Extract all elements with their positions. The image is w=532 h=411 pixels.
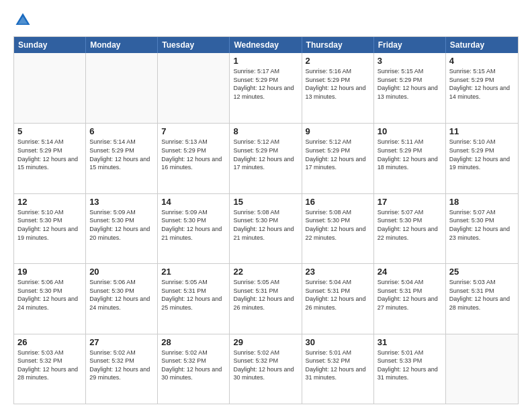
calendar-row-4: 19Sunrise: 5:06 AMSunset: 5:30 PMDayligh… — [14, 263, 518, 333]
day-cell-2: 2Sunrise: 5:16 AMSunset: 5:29 PMDaylight… — [302, 53, 374, 123]
day-info: Sunrise: 5:14 AMSunset: 5:29 PMDaylight:… — [17, 138, 82, 171]
day-info: Sunrise: 5:10 AMSunset: 5:30 PMDaylight:… — [17, 208, 82, 242]
weekday-header-saturday: Saturday — [446, 37, 518, 53]
day-info: Sunrise: 5:03 AMSunset: 5:32 PMDaylight:… — [17, 349, 82, 382]
weekday-header-sunday: Sunday — [14, 37, 86, 53]
day-cell-21: 21Sunrise: 5:05 AMSunset: 5:31 PMDayligh… — [158, 264, 230, 333]
day-info: Sunrise: 5:12 AMSunset: 5:29 PMDaylight:… — [233, 138, 298, 171]
day-info: Sunrise: 5:02 AMSunset: 5:32 PMDaylight:… — [89, 349, 154, 382]
day-cell-28: 28Sunrise: 5:02 AMSunset: 5:32 PMDayligh… — [158, 334, 230, 404]
day-number: 9 — [306, 126, 370, 136]
day-number: 22 — [233, 267, 298, 277]
day-cell-18: 18Sunrise: 5:07 AMSunset: 5:30 PMDayligh… — [446, 194, 518, 263]
day-number: 17 — [378, 197, 442, 207]
day-number: 20 — [89, 267, 154, 277]
calendar: SundayMondayTuesdayWednesdayThursdayFrid… — [13, 36, 519, 404]
day-info: Sunrise: 5:15 AMSunset: 5:29 PMDaylight:… — [378, 67, 442, 101]
day-info: Sunrise: 5:17 AMSunset: 5:29 PMDaylight:… — [233, 67, 298, 101]
day-info: Sunrise: 5:07 AMSunset: 5:30 PMDaylight:… — [378, 208, 442, 242]
day-number: 29 — [233, 337, 298, 347]
page-container: SundayMondayTuesdayWednesdayThursdayFrid… — [0, 0, 532, 411]
day-cell-4: 4Sunrise: 5:15 AMSunset: 5:29 PMDaylight… — [446, 53, 518, 123]
day-info: Sunrise: 5:08 AMSunset: 5:30 PMDaylight:… — [233, 208, 298, 242]
day-number: 18 — [449, 197, 515, 207]
day-info: Sunrise: 5:06 AMSunset: 5:30 PMDaylight:… — [17, 278, 82, 312]
day-cell-14: 14Sunrise: 5:09 AMSunset: 5:30 PMDayligh… — [158, 194, 230, 263]
day-cell-5: 5Sunrise: 5:14 AMSunset: 5:29 PMDaylight… — [14, 124, 86, 193]
day-number: 31 — [378, 337, 442, 347]
day-cell-25: 25Sunrise: 5:03 AMSunset: 5:31 PMDayligh… — [446, 264, 518, 333]
logo — [13, 11, 35, 30]
weekday-header-tuesday: Tuesday — [158, 37, 230, 53]
day-cell-27: 27Sunrise: 5:02 AMSunset: 5:32 PMDayligh… — [86, 334, 158, 404]
day-number: 12 — [17, 197, 82, 207]
empty-cell — [158, 53, 230, 123]
day-number: 14 — [161, 197, 226, 207]
day-info: Sunrise: 5:01 AMSunset: 5:33 PMDaylight:… — [378, 349, 442, 382]
day-cell-26: 26Sunrise: 5:03 AMSunset: 5:32 PMDayligh… — [14, 334, 86, 404]
weekday-header-thursday: Thursday — [302, 37, 374, 53]
day-info: Sunrise: 5:09 AMSunset: 5:30 PMDaylight:… — [161, 208, 226, 242]
day-cell-19: 19Sunrise: 5:06 AMSunset: 5:30 PMDayligh… — [14, 264, 86, 333]
weekday-header-monday: Monday — [86, 37, 158, 53]
day-number: 16 — [306, 197, 370, 207]
day-cell-31: 31Sunrise: 5:01 AMSunset: 5:33 PMDayligh… — [374, 334, 446, 404]
day-number: 27 — [89, 337, 154, 347]
day-cell-24: 24Sunrise: 5:04 AMSunset: 5:31 PMDayligh… — [374, 264, 446, 333]
day-info: Sunrise: 5:09 AMSunset: 5:30 PMDaylight:… — [89, 208, 154, 242]
day-number: 19 — [17, 267, 82, 277]
day-info: Sunrise: 5:05 AMSunset: 5:31 PMDaylight:… — [161, 278, 226, 312]
empty-cell — [86, 53, 158, 123]
header — [13, 11, 519, 30]
calendar-header: SundayMondayTuesdayWednesdayThursdayFrid… — [14, 37, 518, 53]
day-cell-20: 20Sunrise: 5:06 AMSunset: 5:30 PMDayligh… — [86, 264, 158, 333]
day-number: 4 — [449, 56, 515, 66]
day-info: Sunrise: 5:15 AMSunset: 5:29 PMDaylight:… — [449, 67, 515, 101]
day-info: Sunrise: 5:06 AMSunset: 5:30 PMDaylight:… — [89, 278, 154, 312]
calendar-row-1: 1Sunrise: 5:17 AMSunset: 5:29 PMDaylight… — [14, 53, 518, 123]
day-info: Sunrise: 5:07 AMSunset: 5:30 PMDaylight:… — [449, 208, 515, 242]
day-number: 2 — [306, 56, 370, 66]
day-info: Sunrise: 5:04 AMSunset: 5:31 PMDaylight:… — [306, 278, 370, 312]
day-number: 11 — [449, 126, 515, 136]
weekday-header-friday: Friday — [374, 37, 446, 53]
day-cell-23: 23Sunrise: 5:04 AMSunset: 5:31 PMDayligh… — [302, 264, 374, 333]
day-number: 25 — [449, 267, 515, 277]
day-number: 13 — [89, 197, 154, 207]
day-cell-13: 13Sunrise: 5:09 AMSunset: 5:30 PMDayligh… — [86, 194, 158, 263]
logo-icon — [13, 11, 32, 30]
day-number: 3 — [378, 56, 442, 66]
day-info: Sunrise: 5:05 AMSunset: 5:31 PMDaylight:… — [233, 278, 298, 312]
calendar-row-2: 5Sunrise: 5:14 AMSunset: 5:29 PMDaylight… — [14, 123, 518, 193]
day-cell-12: 12Sunrise: 5:10 AMSunset: 5:30 PMDayligh… — [14, 194, 86, 263]
day-info: Sunrise: 5:11 AMSunset: 5:29 PMDaylight:… — [378, 138, 442, 171]
day-cell-9: 9Sunrise: 5:12 AMSunset: 5:29 PMDaylight… — [302, 124, 374, 193]
day-info: Sunrise: 5:10 AMSunset: 5:29 PMDaylight:… — [449, 138, 515, 171]
calendar-row-3: 12Sunrise: 5:10 AMSunset: 5:30 PMDayligh… — [14, 193, 518, 263]
day-info: Sunrise: 5:13 AMSunset: 5:29 PMDaylight:… — [161, 138, 226, 171]
day-cell-6: 6Sunrise: 5:14 AMSunset: 5:29 PMDaylight… — [86, 124, 158, 193]
day-number: 6 — [89, 126, 154, 136]
day-info: Sunrise: 5:08 AMSunset: 5:30 PMDaylight:… — [306, 208, 370, 242]
day-cell-30: 30Sunrise: 5:01 AMSunset: 5:32 PMDayligh… — [302, 334, 374, 404]
day-info: Sunrise: 5:04 AMSunset: 5:31 PMDaylight:… — [378, 278, 442, 312]
weekday-header-wednesday: Wednesday — [230, 37, 302, 53]
day-cell-7: 7Sunrise: 5:13 AMSunset: 5:29 PMDaylight… — [158, 124, 230, 193]
day-cell-3: 3Sunrise: 5:15 AMSunset: 5:29 PMDaylight… — [374, 53, 446, 123]
day-cell-8: 8Sunrise: 5:12 AMSunset: 5:29 PMDaylight… — [230, 124, 302, 193]
day-number: 28 — [161, 337, 226, 347]
day-cell-29: 29Sunrise: 5:02 AMSunset: 5:32 PMDayligh… — [230, 334, 302, 404]
day-number: 30 — [306, 337, 370, 347]
day-number: 21 — [161, 267, 226, 277]
day-number: 5 — [17, 126, 82, 136]
empty-cell — [446, 334, 518, 404]
day-cell-10: 10Sunrise: 5:11 AMSunset: 5:29 PMDayligh… — [374, 124, 446, 193]
day-info: Sunrise: 5:12 AMSunset: 5:29 PMDaylight:… — [306, 138, 370, 171]
day-number: 15 — [233, 197, 298, 207]
empty-cell — [14, 53, 86, 123]
day-cell-1: 1Sunrise: 5:17 AMSunset: 5:29 PMDaylight… — [230, 53, 302, 123]
day-number: 23 — [306, 267, 370, 277]
day-cell-11: 11Sunrise: 5:10 AMSunset: 5:29 PMDayligh… — [446, 124, 518, 193]
day-info: Sunrise: 5:01 AMSunset: 5:32 PMDaylight:… — [306, 349, 370, 382]
day-info: Sunrise: 5:02 AMSunset: 5:32 PMDaylight:… — [161, 349, 226, 382]
